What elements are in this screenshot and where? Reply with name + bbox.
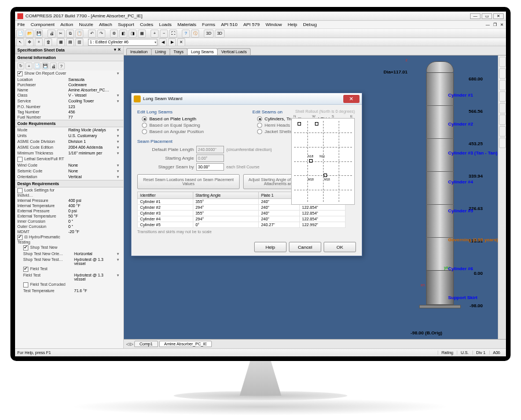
- spec-row[interactable]: MDMT-20 °F: [15, 229, 123, 234]
- spec-value[interactable]: 456: [68, 110, 121, 114]
- mdi-restore[interactable]: ❐: [492, 23, 498, 27]
- section-tool-icon[interactable]: 📄: [34, 62, 41, 69]
- checkbox[interactable]: [23, 267, 28, 272]
- checkbox[interactable]: [17, 235, 23, 240]
- vessel-annotation[interactable]: Support Skirt: [448, 295, 478, 300]
- dropdown-icon[interactable]: ▾: [115, 151, 121, 156]
- mdi-minimize[interactable]: —: [485, 23, 491, 27]
- spec-value[interactable]: None: [68, 169, 115, 174]
- spec-value[interactable]: Rating Mode (Analys: [68, 128, 115, 132]
- table-cell[interactable]: 122.992": [299, 222, 345, 228]
- add-icon[interactable]: +: [35, 38, 43, 46]
- menu-nozzle[interactable]: Nozzle: [78, 22, 94, 27]
- spec-row[interactable]: Field Test: [15, 266, 123, 272]
- help-button[interactable]: Help: [254, 242, 287, 252]
- maximize-button[interactable]: ▭: [482, 13, 492, 19]
- section-tool-icon[interactable]: ?: [58, 62, 65, 69]
- spec-value[interactable]: [68, 71, 115, 76]
- grid3-icon[interactable]: ▥: [75, 38, 83, 46]
- rail-btn[interactable]: [499, 57, 506, 67]
- reset-seam-locations-button[interactable]: Reset Seam Locations based on Seam Place…: [137, 174, 240, 189]
- undo-icon[interactable]: ↶: [88, 30, 96, 38]
- dropdown-icon[interactable]: ▾: [115, 273, 121, 281]
- help-icon[interactable]: ?: [182, 30, 190, 38]
- nav-close-icon[interactable]: ✕: [177, 38, 185, 46]
- menu-help[interactable]: Help: [287, 22, 298, 27]
- menu-api-579[interactable]: API 579: [242, 22, 260, 27]
- vessel-annotation[interactable]: Cylinder #4: [448, 179, 473, 185]
- spec-row[interactable]: PurchaserCodeware: [15, 82, 123, 87]
- spec-row[interactable]: Internal Temperature400 °F: [15, 203, 123, 208]
- spec-value[interactable]: None: [68, 163, 115, 168]
- spec-row[interactable]: Lock Settings for Individ…: [15, 187, 123, 198]
- dropdown-icon[interactable]: ▾: [115, 257, 121, 266]
- spec-value[interactable]: 2004 A06 Addenda: [68, 145, 115, 150]
- view-tab-vertical-loads[interactable]: Vertical Loads: [217, 48, 251, 55]
- checkbox[interactable]: [17, 188, 23, 193]
- table-cell[interactable]: 122.854": [299, 211, 345, 216]
- radio-option[interactable]: Based on Plate Length: [142, 116, 241, 121]
- spec-row[interactable]: Show On Report Cover▾: [15, 71, 123, 77]
- spec-value[interactable]: 0 psi: [68, 209, 121, 213]
- dropdown-icon[interactable]: ▾: [115, 145, 121, 150]
- spec-value[interactable]: Amine Absorber_PC…: [68, 88, 121, 92]
- menu-support[interactable]: Support: [117, 22, 135, 27]
- spec-row[interactable]: Wind CodeNone▾: [15, 163, 123, 168]
- spec-value[interactable]: Hydrotest @ 1.3 vessel: [74, 273, 115, 281]
- table-cell[interactable]: 355°: [193, 199, 258, 205]
- spec-row[interactable]: Test Temperature71.6 °F: [15, 288, 123, 293]
- spec-value[interactable]: [74, 282, 121, 288]
- section-tool-icon[interactable]: ↻: [17, 62, 24, 69]
- spec-row[interactable]: ⊟ Hydro/Pneumatic Testing: [15, 234, 123, 245]
- spec-value[interactable]: Hydrotest @ 1.3 vessel: [74, 257, 115, 266]
- spec-value[interactable]: 0 ": [68, 219, 121, 223]
- spec-row[interactable]: ASME Code DivisionDivision 1▾: [15, 139, 123, 145]
- menu-codes[interactable]: Codes: [139, 22, 155, 27]
- dropdown-icon[interactable]: ▾: [115, 128, 121, 132]
- nav-next-icon[interactable]: ▶: [168, 38, 176, 46]
- rail-btn[interactable]: [499, 91, 506, 102]
- menu-component[interactable]: Component: [30, 22, 56, 27]
- rail-btn[interactable]: [499, 138, 506, 148]
- table-cell[interactable]: 294°: [193, 216, 258, 222]
- menu-file[interactable]: File: [16, 22, 26, 27]
- spec-value[interactable]: 71.6 °F: [74, 289, 121, 293]
- table-row[interactable]: Cylinder #3355°240"122.854": [138, 211, 346, 216]
- spec-row[interactable]: Shop Test New Test…Hydrotest @ 1.3 vesse…: [15, 257, 123, 266]
- component-selector[interactable]: 1 : Edited Cylinder #6: [88, 39, 157, 46]
- table-cell[interactable]: 240.27": [258, 222, 299, 228]
- spec-row[interactable]: Seismic CodeNone▾: [15, 168, 123, 174]
- rail-btn[interactable]: [499, 115, 506, 125]
- dropdown-icon[interactable]: ▾: [115, 175, 121, 179]
- minimize-button[interactable]: —: [470, 13, 480, 19]
- spec-row[interactable]: External Pressure0 psi: [15, 208, 123, 213]
- table-cell[interactable]: Cylinder #5: [138, 222, 193, 228]
- spec-row[interactable]: Field TestHydrotest @ 1.3 vessel▾: [15, 272, 123, 282]
- nav-prev-icon[interactable]: ◀: [159, 38, 167, 46]
- vessel-annotation[interactable]: Cylinder #2: [448, 121, 473, 127]
- tool2-icon[interactable]: ◧: [119, 30, 127, 38]
- spec-value[interactable]: Vertical: [68, 175, 115, 179]
- table-cell[interactable]: 240": [258, 205, 299, 211]
- spec-row[interactable]: Lethal Service/Full RT: [15, 156, 123, 163]
- spec-value[interactable]: 50 °F: [68, 214, 121, 218]
- tool-icon[interactable]: ⚙: [110, 30, 118, 38]
- spec-row[interactable]: ClassV - Vessel▾: [15, 93, 123, 98]
- zoom-in-icon[interactable]: +: [151, 30, 159, 38]
- spec-value[interactable]: 400 °F: [68, 204, 121, 208]
- spec-value[interactable]: Sarasota: [68, 78, 121, 82]
- menu-attach[interactable]: Attach: [98, 22, 113, 27]
- delete-icon[interactable]: 🗑: [44, 38, 52, 46]
- tool4-icon[interactable]: ▦: [138, 30, 146, 38]
- spec-row[interactable]: External Temperature50 °F: [15, 213, 123, 219]
- spec-row[interactable]: Minimum Thickness1/16" minimum per▾: [15, 150, 123, 156]
- zoom-out-icon[interactable]: −: [160, 30, 168, 38]
- spec-value[interactable]: 123: [68, 105, 121, 109]
- spec-value[interactable]: [68, 157, 121, 162]
- section-tool-icon[interactable]: +: [25, 62, 32, 69]
- field-input[interactable]: 30.00°: [196, 163, 224, 171]
- spec-row[interactable]: Tag Number456: [15, 109, 123, 115]
- redo-icon[interactable]: ↷: [97, 30, 105, 38]
- section-tool-icon[interactable]: 🖨: [50, 62, 57, 69]
- table-cell[interactable]: 122.854": [299, 205, 345, 211]
